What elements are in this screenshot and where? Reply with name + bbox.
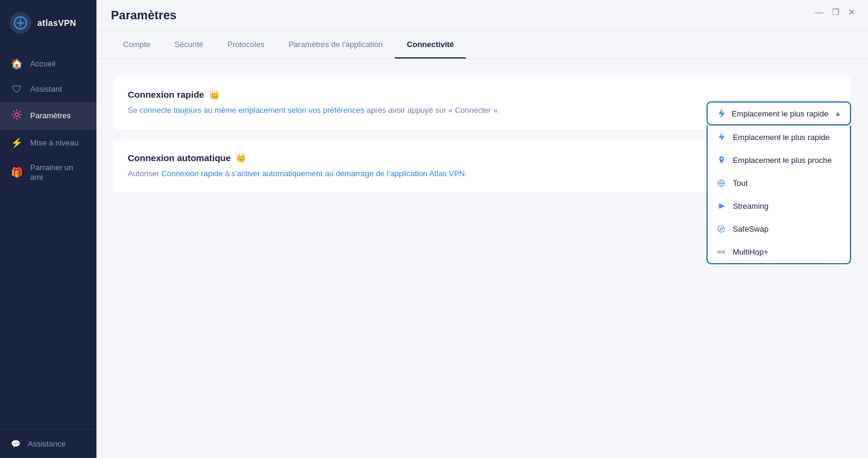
sidebar-label-parametres: Paramètres — [30, 111, 71, 121]
sidebar-label-assistance: Assistance — [28, 439, 66, 448]
globe-icon-all — [716, 177, 727, 188]
dropdown-label-all: Tout — [733, 179, 748, 188]
dropdown-item-fastest[interactable]: Emplacement le plus rapide — [708, 126, 850, 148]
window-controls: — ❐ ✕ — [802, 0, 868, 24]
gift-icon: 🎁 — [11, 167, 23, 178]
tab-parametres-app[interactable]: Paramètres de l'application — [277, 31, 395, 59]
dropdown-label-nearest: Emplacement le plus proche — [733, 156, 832, 165]
swap-icon-safeswap — [716, 223, 727, 234]
sidebar-footer: 💬 Assistance — [0, 429, 96, 458]
tab-connectivite[interactable]: Connectivité — [395, 31, 466, 59]
bolt-icon-trigger — [716, 108, 727, 119]
dropdown-item-all[interactable]: Tout — [708, 171, 850, 194]
sidebar: atlasVPN 🏠 Accueil 🛡 Assistant Paramètre… — [0, 0, 96, 458]
sidebar-nav: 🏠 Accueil 🛡 Assistant Paramètres ⚡ Mise … — [0, 46, 96, 429]
play-icon-streaming — [716, 200, 727, 211]
upgrade-icon: ⚡ — [11, 137, 23, 148]
sidebar-item-parrainer[interactable]: 🎁 Parrainer un ami — [0, 156, 96, 189]
svg-point-5 — [718, 250, 720, 253]
dropdown-item-safeswap[interactable]: SafeSwap — [708, 217, 850, 240]
tab-securite[interactable]: Sécurité — [163, 31, 216, 59]
svg-point-6 — [722, 250, 725, 253]
sidebar-item-assistance[interactable]: 💬 Assistance — [11, 439, 86, 448]
dropdown-label-safeswap: SafeSwap — [733, 224, 769, 234]
dropdown-item-nearest[interactable]: Emplacement le plus proche — [708, 148, 850, 171]
tabs-bar: Compte Sécurité Protocoles Paramètres de… — [96, 31, 868, 59]
dropdown-label-multihop: MultiHop+ — [733, 247, 769, 256]
dropdown-container: Emplacement le plus rapide ▲ Emplacement… — [706, 101, 851, 264]
dropdown-item-multihop[interactable]: MultiHop+ — [708, 240, 850, 263]
sidebar-label-mise-a-niveau: Mise à niveau — [30, 138, 78, 148]
app-logo-icon — [10, 12, 31, 34]
main-area: — ❐ ✕ Paramètres Compte Sécurité Protoco… — [96, 0, 868, 458]
dropdown-trigger[interactable]: Emplacement le plus rapide ▲ — [706, 101, 851, 126]
dropdown-selected-label: Emplacement le plus rapide — [732, 109, 828, 118]
sidebar-item-assistant[interactable]: 🛡 Assistant — [0, 77, 96, 102]
dropdown-label-streaming: Streaming — [733, 202, 769, 211]
sidebar-item-accueil[interactable]: 🏠 Accueil — [0, 51, 96, 77]
svg-point-2 — [15, 113, 19, 116]
app-name: atlasVPN — [37, 18, 77, 28]
settings-icon — [11, 109, 23, 122]
minimize-button[interactable]: — — [812, 6, 826, 18]
chevron-up-icon: ▲ — [834, 109, 841, 118]
svg-point-1 — [18, 21, 23, 25]
maximize-button[interactable]: ❐ — [829, 6, 843, 18]
crown-icon-automatique: 👑 — [236, 153, 246, 162]
close-button[interactable]: ✕ — [845, 6, 858, 18]
home-icon: 🏠 — [11, 58, 23, 69]
dropdown-menu: Emplacement le plus rapide Emplacement l… — [706, 126, 851, 264]
location-icon-nearest — [716, 154, 727, 165]
page-title: Paramètres — [111, 8, 177, 22]
content-area: Connexion rapide 👑 Se connecte toujours … — [96, 59, 868, 458]
sidebar-item-parametres[interactable]: Paramètres — [0, 102, 96, 130]
dropdown-label-fastest: Emplacement le plus rapide — [733, 133, 829, 142]
titlebar: Paramètres — [96, 0, 868, 31]
sidebar-label-parrainer: Parrainer un ami — [30, 163, 86, 182]
shield-icon: 🛡 — [11, 84, 23, 95]
sidebar-label-assistant: Assistant — [30, 84, 62, 94]
multihop-icon — [716, 246, 727, 257]
desc-link-automatique[interactable]: Connexion rapide à s'activer automatique… — [162, 169, 465, 178]
svg-point-4 — [718, 226, 725, 232]
tab-compte[interactable]: Compte — [111, 31, 163, 59]
tab-protocoles[interactable]: Protocoles — [215, 31, 276, 59]
sidebar-item-mise-a-niveau[interactable]: ⚡ Mise à niveau — [0, 130, 96, 156]
chat-icon: 💬 — [11, 439, 20, 448]
section-title-connexion-rapide: Connexion rapide 👑 — [128, 89, 837, 100]
sidebar-label-accueil: Accueil — [30, 59, 55, 69]
desc-link-rapide[interactable]: connecte toujours au même emplacement se… — [140, 106, 365, 115]
bolt-icon-fastest — [716, 132, 727, 142]
sidebar-logo: atlasVPN — [0, 0, 96, 46]
dropdown-item-streaming[interactable]: Streaming — [708, 194, 850, 217]
crown-icon-rapide: 👑 — [209, 90, 219, 100]
